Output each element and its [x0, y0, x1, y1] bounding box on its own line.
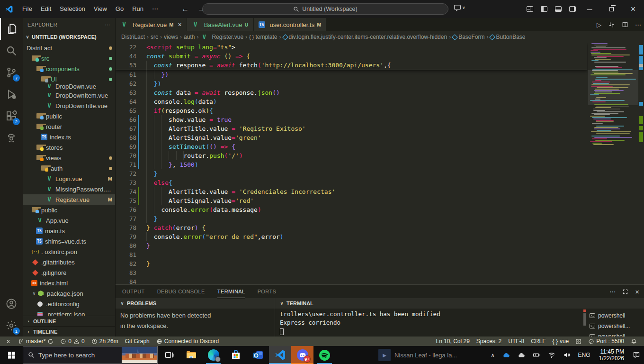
- tree-item-views[interactable]: views: [23, 153, 115, 163]
- activity-gear-button[interactable]: 1: [0, 315, 23, 337]
- status-gridic[interactable]: [572, 337, 585, 346]
- tree-item-main.ts[interactable]: TSmain.ts: [23, 226, 115, 236]
- breadcrumb-item[interactable]: src: [151, 34, 158, 40]
- explorer-more-icon[interactable]: ⋯: [105, 22, 110, 28]
- activity-chef-button[interactable]: [0, 127, 23, 149]
- problems-header[interactable]: ∨ PROBLEMS: [116, 298, 275, 309]
- status-port-5500[interactable]: Port : 5500: [585, 337, 627, 346]
- menu-file[interactable]: File: [18, 0, 36, 18]
- tree-item-MissingPassword.vue[interactable]: VMissingPassword.vue: [23, 184, 115, 194]
- outline-section[interactable]: › OUTLINE: [23, 316, 115, 326]
- close-button[interactable]: ×: [622, 0, 644, 18]
- menu-selection[interactable]: Selection: [55, 0, 89, 18]
- toggle-sidebar-icon[interactable]: [541, 6, 547, 12]
- breadcrumb-item[interactable]: views: [164, 34, 178, 40]
- action-center-icon[interactable]: [629, 346, 644, 364]
- tree-item-.gitignore[interactable]: .gitignore: [23, 267, 115, 278]
- status-remote[interactable]: [2, 337, 15, 346]
- volume-icon[interactable]: [559, 346, 574, 364]
- status-utf-8[interactable]: UTF-8: [505, 337, 528, 346]
- tree-item-shimsvue.d.ts[interactable]: TSshims=vue.d.ts: [23, 236, 115, 246]
- tree-item-components[interactable]: components: [23, 64, 115, 74]
- tree-item-DropDown.vue[interactable]: VDropDown.vue: [23, 84, 115, 90]
- breadcrumb-item[interactable]: VRegister.vue: [200, 33, 243, 41]
- command-center-search[interactable]: Untitled (Workspace): [202, 3, 448, 15]
- terminal-output[interactable]: trollers\user.controller.ts has been mod…: [275, 309, 581, 337]
- spotify-button[interactable]: [313, 346, 336, 364]
- breadcrumb-item[interactable]: DistriLact: [121, 34, 145, 40]
- restore-button[interactable]: [600, 0, 622, 18]
- language-indicator[interactable]: ENG: [574, 346, 594, 364]
- workspace-section-header[interactable]: ∨ UNTITLED (WORKSPACE): [23, 31, 115, 43]
- status-spaces-2[interactable]: Spaces: 2: [473, 337, 505, 346]
- minimap[interactable]: [588, 43, 638, 284]
- file-explorer-button[interactable]: [180, 346, 202, 364]
- breadcrumb-item[interactable]: auth: [184, 34, 195, 40]
- customize-layout-icon[interactable]: [527, 6, 533, 12]
- taskbar-search[interactable]: Type here to search: [23, 346, 158, 364]
- tree-item-auth[interactable]: auth: [23, 163, 115, 173]
- vscode-taskbar-button[interactable]: [269, 346, 291, 364]
- breadcrumb-item[interactable]: div.login.flex.justify-center.items-cent…: [283, 34, 447, 40]
- wifi-icon[interactable]: [544, 346, 559, 364]
- split-editor-icon[interactable]: [622, 21, 628, 28]
- panel-tab-debug-console[interactable]: DEBUG CONSOLE: [157, 285, 205, 298]
- minimize-button[interactable]: ─: [579, 0, 600, 18]
- status-master-[interactable]: master*: [15, 337, 57, 346]
- tree-item-router[interactable]: router: [23, 121, 115, 132]
- tree-item-DropDownItem.vue[interactable]: VDropDownItem.vue: [23, 90, 115, 100]
- task-view-button[interactable]: [158, 346, 180, 364]
- maximize-panel-icon[interactable]: [622, 289, 628, 295]
- close-panel-icon[interactable]: ×: [635, 288, 639, 296]
- onedrive-icon[interactable]: [499, 346, 514, 364]
- timeline-section[interactable]: › TIMELINE: [23, 326, 115, 337]
- toggle-secondary-sidebar-icon[interactable]: [569, 6, 576, 12]
- status-git-graph[interactable]: Git Graph: [122, 337, 153, 346]
- tree-item-Register.vue[interactable]: VRegister.vueM: [23, 194, 115, 205]
- close-tab-icon[interactable]: ×: [178, 21, 181, 28]
- status-crlf[interactable]: CRLF: [528, 337, 549, 346]
- tree-item-.prettierrc.json[interactable]: .prettierrc.json: [23, 309, 115, 316]
- tree-item-.gitattributes[interactable]: .gitattributes: [23, 257, 115, 267]
- media-preview[interactable]: ▶ Nissan Leaf - llega la...: [378, 346, 457, 364]
- tab-Register.vue[interactable]: VRegister.vueM×: [116, 18, 187, 31]
- tree-item-package.json[interactable]: ∨package.json: [23, 288, 115, 299]
- menu-go[interactable]: Go: [111, 0, 128, 18]
- edge-button[interactable]: [202, 346, 224, 364]
- terminal-scrollbar[interactable]: [581, 309, 588, 337]
- tree-item-stores[interactable]: stores: [23, 142, 115, 153]
- terminal-session[interactable]: powershell: [588, 310, 644, 321]
- tray-chevron-icon[interactable]: ∧: [487, 346, 499, 364]
- tree-item-DistriLact[interactable]: DistriLact: [23, 43, 115, 53]
- taskbar-clock[interactable]: 11:45 PM 1/22/2026: [594, 348, 629, 362]
- panel-tab-output[interactable]: OUTPUT: [122, 285, 145, 298]
- battery-icon[interactable]: [529, 346, 544, 364]
- status-2h-26m[interactable]: 2h 26m: [88, 337, 122, 346]
- breadcrumb-item[interactable]: { }template: [249, 34, 277, 40]
- activity-search-button[interactable]: [0, 40, 23, 62]
- activity-debug-button[interactable]: [0, 83, 23, 105]
- menu-more[interactable]: ⋯: [148, 0, 162, 18]
- tree-item-UI[interactable]: UI: [23, 74, 115, 84]
- panel-tab-ports[interactable]: PORTS: [258, 285, 277, 298]
- tree-item-public[interactable]: public: [23, 111, 115, 121]
- tree-item-index.html[interactable]: <>index.html: [23, 278, 115, 288]
- start-button[interactable]: [0, 346, 23, 364]
- more-actions-icon[interactable]: ⋯: [609, 288, 616, 295]
- terminal-session[interactable]: powershell...: [588, 321, 644, 331]
- menu-edit[interactable]: Edit: [36, 0, 55, 18]
- status-0[interactable]: 00: [57, 337, 88, 346]
- status-connected-to-discord[interactable]: Connected to Discord: [153, 337, 222, 346]
- terminal-header[interactable]: ∨ TERMINAL: [275, 298, 644, 309]
- tree-item-public[interactable]: public: [23, 205, 115, 215]
- activity-extensions-button[interactable]: 2: [0, 105, 23, 127]
- tree-item-index.ts[interactable]: TSindex.ts: [23, 132, 115, 142]
- activity-account-button[interactable]: [0, 293, 23, 315]
- tree-item-src[interactable]: src: [23, 53, 115, 64]
- tree-item-.oxlintrc.json[interactable]: {··}. oxlintrc.json: [23, 246, 115, 257]
- panel-tab-terminal[interactable]: TERMINAL: [217, 285, 245, 298]
- tree-item-App.vue[interactable]: VApp.vue: [23, 215, 115, 226]
- tab-user.controller.ts[interactable]: TSuser.controller.tsM: [254, 18, 327, 31]
- copilot-button[interactable]: ∨: [454, 4, 465, 11]
- outlook-button[interactable]: [247, 346, 269, 364]
